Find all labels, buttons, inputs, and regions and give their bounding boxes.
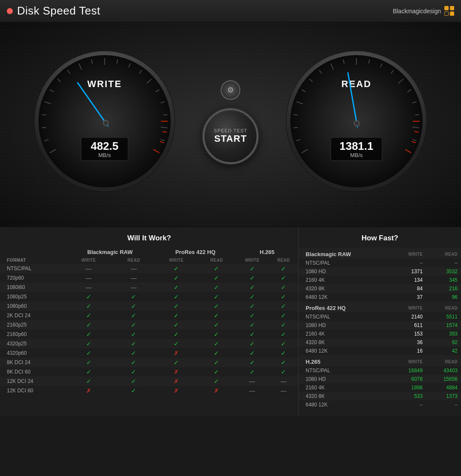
hf-group-header: Blackmagic RAW WRITE READ [299,248,461,259]
hf-write-col-header: WRITE [391,301,426,312]
ww-prores-read: ✓ [198,348,236,358]
hf-row: 6480 12K 16 42 [299,347,461,355]
will-it-work-table: Blackmagic RAW ProRes 422 HQ H.265 FORMA… [0,248,298,395]
ww-prores-write: ✓ [155,283,197,292]
ww-prores-read: ✓ [198,264,236,273]
hf-row-label: 4320 8K [299,392,391,400]
start-button[interactable]: SPEED TEST START [203,108,258,164]
how-fast-panel: How Fast? Blackmagic RAW WRITE READ NTSC… [299,227,461,416]
svg-text:1381.1: 1381.1 [339,140,373,152]
svg-point-64 [354,120,360,126]
ww-row: 2K DCI 24 ✓ ✓ ✓ ✓ ✓ ✓ [0,311,298,320]
ww-bmraw-read: ✓ [112,301,155,311]
ww-h265-read: ✓ [268,320,298,330]
ww-bmraw-write: ✓ [65,301,112,311]
prores-write-header: WRITE [155,257,197,264]
ww-h265-write: — [236,386,268,395]
ww-h265-write: ✓ [236,358,268,367]
ww-row: 2160p25 ✓ ✓ ✓ ✓ ✓ ✓ [0,320,298,330]
prores-read-header: READ [198,257,236,264]
ww-h265-write: ✓ [236,264,268,273]
ww-h265-read: ✓ [268,283,298,292]
settings-button[interactable]: ⚙ [221,80,240,100]
ww-h265-read: ✓ [268,311,298,320]
hf-row-label: 2160 4K [299,276,391,284]
ww-bmraw-read: ✓ [112,367,155,377]
hf-read-val: – [426,259,461,267]
data-section: Will It Work? Blackmagic RAW ProRes 422 … [0,227,461,416]
brand-dots [444,6,454,16]
read-gauge-wrap: READ 1381.1 MB/s [284,49,429,196]
write-gauge-svg: WRITE 482.5 MB/s [32,49,177,194]
ww-bmraw-read: ✓ [112,320,155,330]
svg-text:MB/s: MB/s [98,152,111,158]
ww-h265-read: ✓ [268,264,298,273]
ww-prores-write: ✓ [155,273,197,283]
ww-bmraw-write: ✓ [65,330,112,339]
ww-row: NTSC/PAL — — ✓ ✓ ✓ ✓ [0,264,298,273]
hf-row: 2160 4K 153 393 [299,330,461,338]
brand-dot-1 [444,6,449,10]
ww-format-cell: 2K DCI 24 [0,311,65,320]
close-button[interactable]: × [7,8,13,14]
ww-prores-write: ✗ [155,386,197,395]
hf-row: NTSC/PAL 2140 5511 [299,312,461,321]
ww-prores-write: ✓ [155,320,197,330]
ww-h265-write: ✓ [236,320,268,330]
hf-write-val: 134 [391,276,426,284]
hf-row-label: 1080 HD [299,267,391,276]
ww-format-cell: 4320p60 [0,348,65,358]
hf-write-val: 1371 [391,267,426,276]
hf-row-label: 1080 HD [299,375,391,383]
ww-bmraw-write: ✓ [65,292,112,301]
ww-format-cell: 12K DCI 24 [0,377,65,386]
ww-row: 12K DCI 24 ✓ ✓ ✗ ✓ — — [0,377,298,386]
svg-text:482.5: 482.5 [90,140,118,152]
svg-line-4 [42,127,46,128]
will-it-work-panel: Will It Work? Blackmagic RAW ProRes 422 … [0,227,299,416]
ww-h265-read: ✓ [268,301,298,311]
brand-dot-3 [444,12,449,16]
ww-bmraw-write: — [65,264,112,273]
ww-row: 2160p60 ✓ ✓ ✓ ✓ ✓ ✓ [0,330,298,339]
hf-row: 1080 HD 1371 3532 [299,267,461,276]
write-gauge-container: WRITE 482.5 MB/s [13,49,196,196]
ww-prores-write: ✓ [155,301,197,311]
h265-group-header: H.265 [236,248,298,257]
hf-read-val: 3532 [426,267,461,276]
hf-read-val: 393 [426,330,461,338]
ww-row: 12K DCI 60 ✗ ✓ ✗ ✗ — — [0,386,298,395]
ww-h265-read: ✓ [268,367,298,377]
how-fast-table: Blackmagic RAW WRITE READ NTSC/PAL – – 1… [299,248,461,409]
bmraw-write-header: WRITE [65,257,112,264]
hf-write-val: – [391,259,426,267]
ww-prores-read: ✓ [198,377,236,386]
ww-row: 1080p25 ✓ ✓ ✓ ✓ ✓ ✓ [0,292,298,301]
ww-format-cell: 12K DCI 60 [0,386,65,395]
svg-line-19 [163,115,167,115]
ww-bmraw-write: ✓ [65,320,112,330]
hf-write-val: 6078 [391,375,426,383]
ww-row: 4320p60 ✓ ✓ ✗ ✓ ✓ ✓ [0,348,298,358]
ww-h265-write: ✓ [236,348,268,358]
ww-prores-read: ✓ [198,367,236,377]
title-bar: × Disk Speed Test Blackmagicdesign [0,0,461,22]
hf-write-val: 153 [391,330,426,338]
ww-h265-write: ✓ [236,311,268,320]
brand-logo: Blackmagicdesign [393,6,454,16]
hf-row-label: 4320 8K [299,338,391,347]
hf-row-label: NTSC/PAL [299,312,391,321]
app-title: Disk Speed Test [17,4,100,18]
ww-row: 1080i60 — — ✓ ✓ ✓ ✓ [0,283,298,292]
bmraw-group-header: Blackmagic RAW [65,248,155,257]
ww-h265-read: ✓ [268,292,298,301]
ww-bmraw-read: — [112,273,155,283]
ww-format-cell: 8K DCI 24 [0,358,65,367]
ww-format-cell: 1080p60 [0,301,65,311]
hf-read-val: 15656 [426,375,461,383]
hf-read-val: 5511 [426,312,461,321]
ww-h265-read: ✓ [268,339,298,348]
ww-h265-read: ✓ [268,348,298,358]
sub-header-row: FORMAT WRITE READ WRITE READ WRITE READ [0,257,298,264]
svg-line-39 [294,115,298,115]
